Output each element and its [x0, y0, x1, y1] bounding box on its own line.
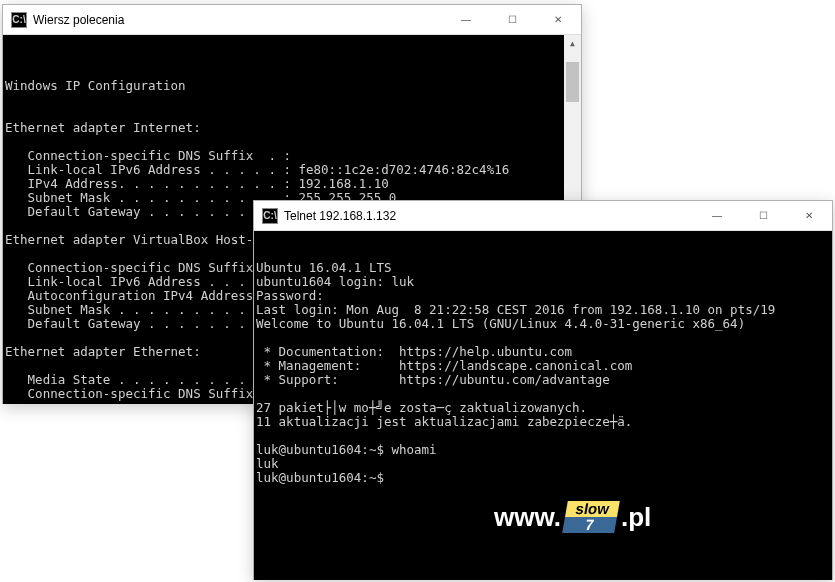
- minimize-button[interactable]: —: [694, 201, 740, 231]
- maximize-button[interactable]: ☐: [489, 5, 535, 35]
- scroll-thumb[interactable]: [566, 62, 579, 102]
- close-button[interactable]: ✕: [786, 201, 832, 231]
- watermark-prefix: www.: [494, 510, 561, 524]
- maximize-button[interactable]: ☐: [740, 201, 786, 231]
- watermark-suffix: .pl: [621, 510, 651, 524]
- watermark: www. slow 7 .pl: [494, 501, 651, 533]
- telnet-titlebar[interactable]: C:\ Telnet 192.168.1.132 — ☐ ✕: [254, 201, 832, 231]
- watermark-logo-top: slow: [565, 501, 620, 517]
- telnet-terminal[interactable]: Ubuntu 16.04.1 LTS ubuntu1604 login: luk…: [254, 231, 832, 580]
- watermark-logo-bot: 7: [562, 517, 617, 533]
- telnet-window: C:\ Telnet 192.168.1.132 — ☐ ✕ Ubuntu 16…: [253, 200, 833, 580]
- scroll-up-button[interactable]: ▲: [564, 35, 581, 52]
- terminal-icon: C:\: [11, 12, 27, 28]
- close-button[interactable]: ✕: [535, 5, 581, 35]
- telnet-title: Telnet 192.168.1.132: [284, 209, 694, 223]
- minimize-button[interactable]: —: [443, 5, 489, 35]
- cmd-title: Wiersz polecenia: [33, 13, 443, 27]
- watermark-logo: slow 7: [562, 501, 620, 533]
- telnet-output: Ubuntu 16.04.1 LTS ubuntu1604 login: luk…: [256, 261, 830, 485]
- terminal-icon: C:\: [262, 208, 278, 224]
- cmd-titlebar[interactable]: C:\ Wiersz polecenia — ☐ ✕: [3, 5, 581, 35]
